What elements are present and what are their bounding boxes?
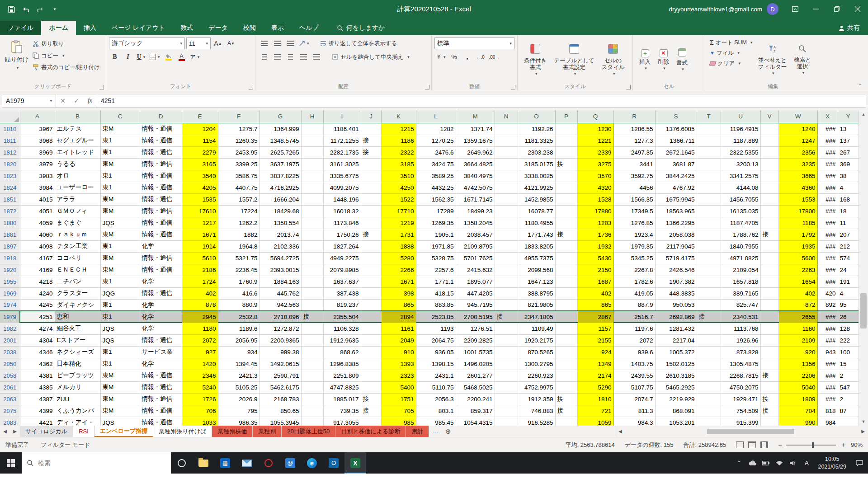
cell[interactable]: 17610 [182, 205, 218, 217]
sheet-tab[interactable]: 業種別 [253, 426, 282, 437]
cell[interactable] [495, 381, 518, 393]
cell[interactable]: エイトレッド [55, 146, 100, 158]
cell[interactable]: 1792 [778, 229, 817, 240]
cell[interactable] [760, 146, 778, 158]
row-header[interactable]: 1810 [0, 123, 20, 135]
cell[interactable]: 2117.9045 [655, 240, 697, 252]
borders-button[interactable]: ▾ [148, 51, 161, 63]
cell[interactable]: 5465.2925 [655, 381, 697, 393]
cell[interactable] [760, 205, 778, 217]
cell[interactable]: 情報・通信 [140, 158, 182, 170]
fill-color-button[interactable] [163, 51, 175, 63]
cell[interactable]: 東M [100, 405, 140, 417]
cell[interactable]: 3844.2425 [655, 170, 697, 182]
cell[interactable]: 819.237 [323, 299, 361, 311]
scroll-up-icon[interactable]: ▲ [859, 110, 868, 118]
cell[interactable]: エルテス [55, 123, 100, 135]
cell[interactable] [697, 217, 721, 229]
cell[interactable]: ネクシィーズ [55, 346, 100, 358]
cell[interactable]: 1275.7 [218, 123, 259, 135]
cell[interactable]: 1907.382 [655, 276, 697, 287]
cell[interactable]: 3399.25 [218, 158, 259, 170]
cell[interactable]: 2109.8795 [456, 240, 495, 252]
cell[interactable]: 1771.743 [518, 229, 555, 240]
cell[interactable] [555, 205, 577, 217]
cell[interactable] [495, 252, 518, 264]
cell[interactable]: 2279 [182, 146, 218, 158]
column-header[interactable]: P [555, 110, 577, 123]
cell[interactable]: 5290 [577, 381, 613, 393]
cell[interactable]: 接 [555, 229, 577, 240]
italic-button[interactable]: I [122, 51, 134, 63]
font-dialog-launcher-icon[interactable] [249, 85, 253, 89]
cell[interactable]: 1154 [182, 135, 218, 146]
cell[interactable]: 2217.04 [655, 334, 697, 346]
cell[interactable]: 2649.962 [456, 146, 495, 158]
mail-client-icon[interactable]: @ [279, 452, 301, 474]
cell[interactable]: 2355.504 [323, 311, 361, 323]
cell[interactable]: 1358.2045 [456, 217, 495, 229]
hscroll-left-icon[interactable]: ◀ [615, 429, 625, 434]
cell[interactable] [555, 287, 577, 299]
cell[interactable]: 日本精化 [55, 358, 100, 370]
cell[interactable]: 1196.4915 [721, 123, 760, 135]
cell[interactable]: ダイキアクシ [55, 299, 100, 311]
percent-format-icon[interactable]: % [448, 51, 460, 63]
cell[interactable]: 4144.08 [721, 182, 760, 193]
cell[interactable]: 3441 [613, 158, 655, 170]
vertical-scroll-thumb[interactable] [860, 293, 867, 328]
cell[interactable]: 934 [218, 346, 259, 358]
row-header[interactable]: 2050 [0, 358, 20, 370]
cell[interactable] [760, 264, 778, 276]
cell[interactable]: 1005.372 [655, 346, 697, 358]
cell[interactable]: 795 [218, 405, 259, 417]
cell[interactable]: 情報・通信 [140, 205, 182, 217]
cell[interactable]: 447.4205 [456, 287, 495, 299]
cell[interactable] [361, 334, 381, 346]
column-header[interactable]: D [140, 110, 182, 123]
currency-format-icon[interactable]: ￥▾ [434, 51, 447, 63]
align-left-icon[interactable] [258, 51, 270, 63]
cell[interactable]: 情報・通信 [140, 287, 182, 299]
cell[interactable]: 4971.0825 [721, 252, 760, 264]
sort-filter-button[interactable]: AZ 並べ替えと フィルター ▾ [755, 38, 791, 83]
find-select-button[interactable]: 検索と 選択 ▾ [790, 38, 815, 83]
cell[interactable]: 1219 [381, 217, 416, 229]
cell[interactable] [760, 358, 778, 370]
cell[interactable]: 1675.9945 [655, 193, 697, 205]
row-header[interactable]: 1824 [0, 182, 20, 193]
cell[interactable]: 東1 [100, 170, 140, 182]
cell[interactable]: 4251 [20, 311, 55, 323]
row-header[interactable]: 2063 [0, 393, 20, 405]
cell[interactable]: 4121.9925 [518, 182, 555, 193]
cell[interactable]: ニチバン [55, 276, 100, 287]
column-header[interactable]: Y [838, 110, 859, 123]
wrap-text-button[interactable]: 折り返して全体を表示する [318, 38, 399, 49]
cell[interactable]: 754.509 [721, 405, 760, 417]
format-painter-button[interactable]: 書式のコピー/貼り付け [31, 62, 102, 73]
cell[interactable]: 16135.035 [721, 205, 760, 217]
cell[interactable]: 26 [838, 311, 859, 323]
fill-button[interactable]: ▼ フィル ▾ [708, 48, 755, 58]
cell[interactable]: 3589.25 [416, 170, 456, 182]
cell[interactable] [555, 264, 577, 276]
cell[interactable]: 2710.096 [259, 311, 301, 323]
cell[interactable]: 3161.3025 [323, 158, 361, 170]
cell[interactable]: 402 [577, 287, 613, 299]
cell[interactable] [361, 346, 381, 358]
cell[interactable]: 5328.75 [416, 252, 456, 264]
sheet-tab[interactable]: 日別と株価による診断 [335, 426, 406, 437]
cell[interactable]: 2074.7 [613, 393, 655, 405]
cell[interactable]: 943 [817, 346, 838, 358]
cell[interactable]: 4432.25 [416, 182, 456, 193]
tell-me-box[interactable]: 何をしますか [333, 21, 390, 35]
decrease-indent-icon[interactable] [297, 51, 309, 63]
cell[interactable]: 4 [838, 182, 859, 193]
cell[interactable]: 137 [838, 135, 859, 146]
cell[interactable]: ### [817, 358, 838, 370]
cell[interactable]: 1371.74 [456, 123, 495, 135]
cell[interactable] [760, 193, 778, 205]
cell[interactable] [555, 146, 577, 158]
row-header[interactable]: 1982 [0, 323, 20, 334]
row-header[interactable]: 2075 [0, 405, 20, 417]
